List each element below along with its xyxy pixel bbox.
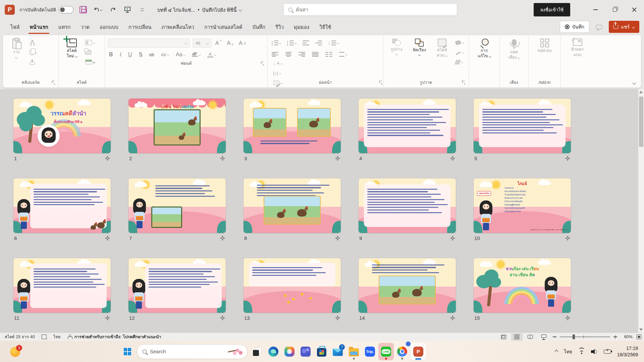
text-direction-button[interactable]: ↓A <box>272 59 380 67</box>
zoom-slider[interactable] <box>560 337 610 337</box>
new-slide-button[interactable]: สไลด์ใหม่ <box>61 37 82 59</box>
customize-toolbar-button[interactable] <box>137 5 147 15</box>
shapes-button[interactable]: รูปร่าง <box>386 37 407 55</box>
align-text-button[interactable]: [↕] <box>272 69 380 77</box>
scroll-up-arrow[interactable] <box>639 91 643 93</box>
powerpoint-logo-icon[interactable]: P <box>5 5 15 15</box>
reset-slide-button[interactable] <box>84 48 96 56</box>
document-title[interactable]: บทที่ ๔ ไก่แจ้แซ่... • บันทึกไปยัง พีซีน… <box>157 6 242 14</box>
share-button[interactable]: แชร์ <box>609 21 639 33</box>
collapse-ribbon-button[interactable] <box>632 81 636 84</box>
animation-star-icon[interactable] <box>565 156 570 161</box>
bullets-button[interactable] <box>270 39 282 47</box>
section-button[interactable] <box>84 58 96 66</box>
clock[interactable]: 17:19 18/3/2569 <box>617 345 638 358</box>
zoom-slider-thumb[interactable] <box>573 335 575 339</box>
tab-ภาพเคลื่อนไหว[interactable]: ภาพเคลื่อนไหว <box>156 20 199 35</box>
show-hidden-icons-button[interactable] <box>555 350 558 353</box>
slide-thumbnail-2[interactable]: บทที่ ๔ ไก่แจ้แซ่เสียง <box>128 99 226 153</box>
slide-thumbnail-13[interactable] <box>244 258 341 313</box>
highlight-color-button[interactable] <box>191 50 202 59</box>
shrink-font-button[interactable]: A˅ <box>225 39 235 48</box>
taskbar-app-mail[interactable]: 7 <box>330 343 345 360</box>
volume-icon[interactable] <box>591 349 598 354</box>
addins-button[interactable]: Add-ins <box>534 37 555 54</box>
slide-thumbnail-14[interactable] <box>359 258 456 313</box>
font-name-combo[interactable] <box>108 39 190 48</box>
redo-button[interactable] <box>108 5 118 15</box>
italic-button[interactable]: I <box>118 50 123 59</box>
reading-view-button[interactable] <box>525 333 536 341</box>
arrange-button[interactable]: จัดเรียง <box>409 37 430 56</box>
change-case-button[interactable]: Aa <box>174 50 186 59</box>
animation-star-icon[interactable] <box>335 315 340 320</box>
add-remove-columns-button[interactable] <box>338 50 348 59</box>
animation-star-icon[interactable] <box>220 236 225 241</box>
start-button[interactable] <box>120 344 135 359</box>
clipboard-dialog-launcher[interactable] <box>52 81 56 84</box>
animation-star-icon[interactable] <box>450 156 455 161</box>
taskbar-search[interactable]: Search <box>137 344 248 359</box>
slideshow-view-button[interactable] <box>538 333 549 341</box>
slide-thumbnail-6[interactable] <box>13 178 111 233</box>
copy-button[interactable] <box>29 48 38 56</box>
notification-icon[interactable]: 3 <box>9 345 22 358</box>
shape-outline-button[interactable] <box>454 48 465 56</box>
taskbar-app-powerpoint[interactable]: P <box>411 343 426 360</box>
animation-star-icon[interactable] <box>105 315 110 320</box>
align-right-button[interactable] <box>297 50 307 59</box>
vertical-scrollbar[interactable] <box>638 89 644 333</box>
grow-font-button[interactable]: A^ <box>214 39 223 48</box>
comments-button[interactable] <box>593 21 605 32</box>
paste-button[interactable]: วาง <box>6 37 26 58</box>
align-left-button[interactable] <box>270 50 280 59</box>
underline-button[interactable]: U <box>127 50 133 59</box>
drawing-dialog-launcher[interactable] <box>462 81 466 84</box>
dictate-button[interactable]: ถอดเสียง <box>504 37 525 60</box>
shape-effects-button[interactable] <box>454 58 465 66</box>
font-size-combo[interactable]: 48 <box>193 39 211 48</box>
columns-button[interactable] <box>324 50 334 59</box>
font-color-button[interactable]: A <box>206 50 217 59</box>
taskbar-app-edge[interactable] <box>266 343 281 360</box>
decrease-indent-button[interactable] <box>301 39 311 47</box>
tab-วาด[interactable]: วาด <box>75 20 95 35</box>
search-input[interactable]: ค้นหา <box>283 3 457 16</box>
tab-มุมมอง[interactable]: มุมมอง <box>289 20 314 35</box>
record-button[interactable]: บันทึก <box>560 21 589 33</box>
tab-หน้าแรก[interactable]: หน้าแรก <box>24 20 53 35</box>
slide-thumbnail-5[interactable] <box>474 99 571 153</box>
undo-button[interactable] <box>93 5 103 15</box>
slide-sorter-view-button[interactable] <box>511 333 523 341</box>
taskbar-app-copilot[interactable] <box>282 343 297 360</box>
tab-ออกแบบ[interactable]: ออกแบบ <box>95 20 123 35</box>
editing-button[interactable]: การแก้ไข <box>474 37 495 59</box>
slide-thumbnail-7[interactable] <box>128 178 226 233</box>
slide-thumbnail-12[interactable] <box>128 258 226 313</box>
tab-รีวิว[interactable]: รีวิว <box>270 20 289 35</box>
align-center-button[interactable] <box>284 50 293 59</box>
minimize-button[interactable] <box>586 1 605 18</box>
quick-styles-button[interactable]: สไตล์ด่วน <box>432 37 452 58</box>
animation-star-icon[interactable] <box>335 156 340 161</box>
normal-view-button[interactable] <box>498 333 509 341</box>
fit-to-window-button[interactable] <box>637 335 641 339</box>
animation-star-icon[interactable] <box>335 236 340 241</box>
scroll-down-arrow[interactable] <box>639 328 643 331</box>
autosave-control[interactable]: การบันทึกอัตโนมัติ <box>19 6 73 13</box>
start-slideshow-button[interactable] <box>122 5 132 15</box>
text-shadow-button[interactable]: S <box>137 50 144 59</box>
designer-button[interactable]: ตัวออกแบบ <box>567 37 588 57</box>
line-spacing-button[interactable]: ↕ <box>327 39 340 47</box>
accessibility-checker[interactable]: การช่วยสำหรับการเข้าถึง: โปรดศึกษาคำแนะน… <box>67 334 161 340</box>
taskbar-app-chrome[interactable] <box>394 343 410 360</box>
animation-star-icon[interactable] <box>220 156 225 161</box>
shape-fill-button[interactable] <box>454 39 465 47</box>
taskbar-app-trip[interactable]: Trip. <box>362 343 378 360</box>
autosave-toggle[interactable] <box>59 6 73 13</box>
format-painter-button[interactable] <box>29 58 38 66</box>
font-dialog-launcher[interactable] <box>261 62 265 65</box>
taskbar-app-teams[interactable] <box>298 343 313 360</box>
close-button[interactable] <box>625 1 644 18</box>
paragraph-dialog-launcher[interactable] <box>379 81 383 84</box>
